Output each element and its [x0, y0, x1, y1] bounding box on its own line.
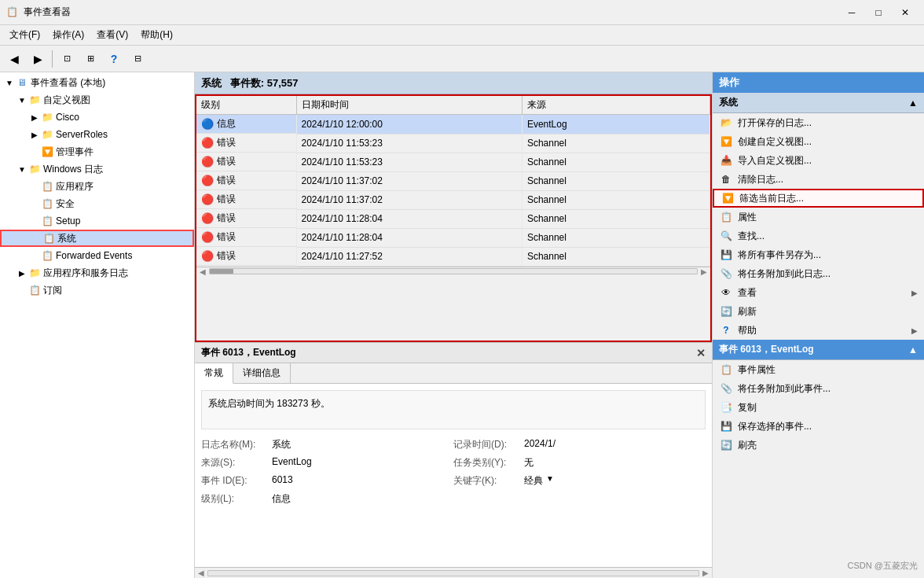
tab-general[interactable]: 常规 [195, 363, 233, 384]
log-icon-system: 📋 [42, 232, 55, 245]
log-icon-app: 📋 [41, 180, 53, 193]
cell-level: 🔴 错误 [196, 190, 297, 209]
tab-details[interactable]: 详细信息 [233, 363, 291, 383]
col-source[interactable]: 来源 [522, 96, 710, 115]
copy-icon: 📑 [719, 400, 733, 414]
tree-root-item[interactable]: ▼ 🖥 事件查看器 (本地) [0, 74, 194, 91]
action-clear-log-label: 清除日志... [738, 173, 783, 186]
expand-system [30, 232, 42, 245]
tree-system-log[interactable]: 📋 系统 [0, 230, 194, 247]
help-button[interactable]: ? [103, 48, 125, 70]
field-task-value: 无 [524, 456, 534, 469]
action-help[interactable]: ? 帮助 ▶ [713, 321, 924, 340]
detail-header: 事件 6013，EventLog ✕ [195, 343, 712, 363]
field-keyword: 关键字(K): 经典 ▼ [453, 472, 706, 490]
system-section-header[interactable]: 系统 ▲ [713, 93, 924, 113]
cell-source: Schannel [522, 228, 710, 247]
action-save-selected[interactable]: 💾 保存选择的事件... [713, 417, 924, 436]
action-event-properties[interactable]: 📋 事件属性 [713, 360, 924, 379]
server-roles-label: ServerRoles [56, 129, 108, 140]
action-find-label: 查找... [738, 230, 764, 243]
cell-datetime: 2024/1/10 11:27:52 [297, 247, 522, 266]
table-row[interactable]: 🔴 错误 2024/1/10 11:37:02 Schannel [196, 190, 710, 209]
folder-icon-cisco: 📁 [41, 111, 53, 123]
field-level-label: 级别(L): [201, 492, 272, 506]
action-find[interactable]: 🔍 查找... [713, 226, 924, 245]
folder-icon-serverroles: 📁 [41, 128, 53, 141]
action-clear-log[interactable]: 🗑 清除日志... [713, 170, 924, 189]
action-save-all-events[interactable]: 💾 将所有事件另存为... [713, 245, 924, 264]
action-open-saved-log[interactable]: 📂 打开保存的日志... [713, 113, 924, 132]
refresh-event-icon: 🔄 [719, 438, 733, 452]
action-attach-task-event[interactable]: 📎 将任务附加到此事件... [713, 379, 924, 398]
menu-actions[interactable]: 操作(A) [46, 27, 90, 44]
tree-forwarded-events[interactable]: 📋 Forwarded Events [0, 247, 194, 264]
action-filter-log[interactable]: 🔽 筛选当前日志... [713, 189, 924, 208]
horizontal-scrollbar[interactable]: ◀ ▶ [196, 267, 710, 276]
event-actions: 📋 事件属性 📎 将任务附加到此事件... 📑 复制 💾 保存选择的事件... … [713, 360, 924, 455]
action-properties[interactable]: 📋 属性 [713, 208, 924, 226]
event-section-header[interactable]: 事件 6013，EventLog ▲ [713, 340, 924, 360]
tree-security-log[interactable]: 📋 安全 [0, 195, 194, 212]
detail-bottom-scrollbar[interactable]: ◀ ▶ [195, 567, 712, 578]
table-row[interactable]: 🔴 错误 2024/1/10 11:53:23 Schannel [196, 134, 710, 153]
forward-button[interactable]: ▶ [27, 48, 49, 70]
expand-windows-logs[interactable]: ▼ [16, 163, 28, 175]
app-icon: 📋 [6, 6, 19, 19]
action-refresh-event[interactable]: 🔄 刷亮 [713, 436, 924, 455]
actions-panel: 操作 系统 ▲ 📂 打开保存的日志... 🔽 创建自定义视图... 📥 导入自定… [712, 72, 924, 578]
minimize-button[interactable]: ─ [839, 4, 864, 21]
event-list-header: 系统 事件数: 57,557 [195, 72, 712, 94]
dropdown-icon[interactable]: ▼ [546, 474, 554, 488]
event-table-container[interactable]: 级别 日期和时间 来源 🔵 信息 2024/1/10 12:00:00 Even… [195, 94, 712, 342]
action-attach-task-log[interactable]: 📎 将任务附加到此日志... [713, 264, 924, 283]
field-event-id-label: 事件 ID(E): [201, 474, 272, 488]
field-event-id: 事件 ID(E): 6013 [201, 472, 453, 490]
table-row[interactable]: 🔵 信息 2024/1/10 12:00:00 EventLog [196, 115, 710, 134]
table-row[interactable]: 🔴 错误 2024/1/10 11:27:52 Schannel [196, 247, 710, 266]
tree-subscriptions[interactable]: 📋 订阅 [0, 282, 194, 299]
tree-windows-logs[interactable]: ▼ 📁 Windows 日志 [0, 160, 194, 178]
expand-app-service[interactable]: ▶ [16, 267, 28, 279]
tree-server-roles[interactable]: ▶ 📁 ServerRoles [0, 126, 194, 143]
table-row[interactable]: 🔴 错误 2024/1/10 11:28:04 Schannel [196, 209, 710, 228]
tree-managed-events[interactable]: 🔽 管理事件 [0, 143, 194, 160]
tree-app-service-logs[interactable]: ▶ 📁 应用程序和服务日志 [0, 264, 194, 282]
open-log-icon: 📂 [719, 116, 733, 130]
level-icon: 🔴 [201, 175, 214, 186]
expand-cisco[interactable]: ▶ [28, 111, 41, 123]
table-row[interactable]: 🔴 错误 2024/1/10 11:37:02 Schannel [196, 171, 710, 190]
action-attach-task-event-label: 将任务附加到此事件... [738, 382, 830, 396]
field-log-name-value: 系统 [272, 438, 291, 451]
tree-custom-views[interactable]: ▼ 📁 自定义视图 [0, 91, 194, 109]
cell-level: 🔴 错误 [196, 134, 297, 153]
col-datetime[interactable]: 日期和时间 [297, 96, 522, 115]
tree-setup-log[interactable]: 📋 Setup [0, 212, 194, 230]
expand-server-roles[interactable]: ▶ [28, 128, 41, 141]
toolbar-btn-1[interactable]: ⊡ [56, 48, 78, 70]
toolbar-btn-2[interactable]: ⊞ [79, 48, 101, 70]
level-icon: 🔴 [201, 212, 214, 224]
close-button[interactable]: ✕ [893, 4, 918, 21]
table-row[interactable]: 🔴 错误 2024/1/10 11:53:23 Schannel [196, 153, 710, 171]
menu-view[interactable]: 查看(V) [90, 27, 134, 44]
action-import-custom-view[interactable]: 📥 导入自定义视图... [713, 151, 924, 170]
tree-app-log[interactable]: 📋 应用程序 [0, 178, 194, 195]
maximize-button[interactable]: □ [866, 4, 891, 21]
menu-help[interactable]: 帮助(H) [134, 27, 179, 44]
table-row[interactable]: 🔴 错误 2024/1/10 11:28:04 Schannel [196, 228, 710, 247]
back-button[interactable]: ◀ [3, 48, 25, 70]
action-copy[interactable]: 📑 复制 [713, 398, 924, 417]
expand-custom-views[interactable]: ▼ [16, 94, 28, 106]
expand-root[interactable]: ▼ [3, 76, 16, 89]
tree-cisco[interactable]: ▶ 📁 Cisco [0, 109, 194, 126]
detail-close-button[interactable]: ✕ [696, 347, 706, 359]
toolbar-btn-3[interactable]: ⊟ [126, 48, 148, 70]
action-create-custom-view[interactable]: 🔽 创建自定义视图... [713, 132, 924, 151]
menu-file[interactable]: 文件(F) [3, 27, 46, 44]
forwarded-events-label: Forwarded Events [56, 250, 132, 261]
field-event-id-value: 6013 [272, 474, 293, 488]
action-refresh[interactable]: 🔄 刷新 [713, 302, 924, 321]
action-view[interactable]: 👁 查看 ▶ [713, 283, 924, 302]
col-level[interactable]: 级别 [196, 96, 297, 115]
